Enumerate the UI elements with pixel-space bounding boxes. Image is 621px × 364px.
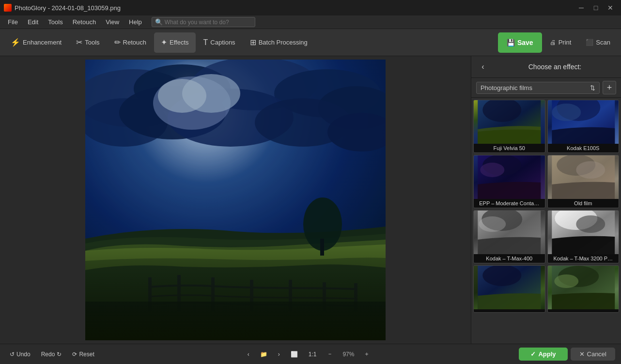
menu-tools[interactable]: Tools bbox=[44, 17, 66, 27]
effect-thumb-epp bbox=[474, 155, 545, 199]
prev-icon: ‹ bbox=[248, 351, 249, 358]
svg-rect-15 bbox=[148, 277, 152, 311]
svg-point-45 bbox=[482, 266, 521, 286]
reset-button[interactable]: ⟳ Reset bbox=[68, 349, 98, 360]
category-dropdown[interactable]: Photographic films ⇅ bbox=[476, 82, 600, 94]
save-button[interactable]: 💾 Save bbox=[498, 32, 542, 53]
zoom-in-button[interactable]: ＋ bbox=[360, 348, 373, 360]
tools-icon: ✂ bbox=[76, 38, 82, 47]
title-bar-controls: ─ □ ✕ bbox=[574, 2, 617, 13]
svg-point-34 bbox=[480, 163, 504, 177]
toolbar: ⚡ Enhancement ✂ Tools ✏ Retouch ✦ Effect… bbox=[0, 29, 621, 56]
svg-rect-26 bbox=[85, 60, 386, 340]
redo-button[interactable]: Redo ↻ bbox=[37, 349, 66, 360]
retouch-label: Retouch bbox=[123, 39, 146, 46]
cancel-label: Cancel bbox=[587, 350, 606, 358]
tools-button[interactable]: ✂ Tools bbox=[69, 32, 106, 53]
effect-thumb-extra2 bbox=[548, 266, 619, 309]
category-label: Photographic films bbox=[481, 84, 532, 91]
zoom-in-icon: ＋ bbox=[364, 350, 370, 358]
retouch-button[interactable]: ✏ Retouch bbox=[108, 32, 153, 53]
effect-extra2[interactable] bbox=[547, 265, 620, 313]
bottom-center: ‹ 📁 › ⬜ 1:1 － 97% ＋ bbox=[244, 348, 374, 360]
menu-help[interactable]: Help bbox=[125, 17, 146, 27]
effect-thumb-tmax3200 bbox=[548, 211, 619, 254]
menu-file[interactable]: File bbox=[4, 17, 22, 27]
bottom-bar: ↺ Undo Redo ↻ ⟳ Reset ‹ 📁 › ⬜ 1:1 － 97 bbox=[0, 344, 621, 364]
apply-check-icon: ✓ bbox=[530, 350, 536, 358]
apply-button[interactable]: ✓ Apply bbox=[519, 348, 567, 361]
redo-label: Redo bbox=[41, 351, 55, 358]
bottom-right: ✓ Apply ✕ Cancel bbox=[519, 348, 615, 361]
minimize-button[interactable]: ─ bbox=[574, 2, 588, 13]
folder-button[interactable]: 📁 bbox=[256, 349, 271, 360]
enhancement-label: Enhancement bbox=[23, 39, 62, 46]
scan-button[interactable]: ⬛ Scan bbox=[579, 32, 617, 53]
menu-retouch[interactable]: Retouch bbox=[69, 17, 100, 27]
scan-icon: ⬛ bbox=[586, 39, 593, 46]
batch-icon: ⊞ bbox=[250, 38, 256, 47]
enhancement-icon: ⚡ bbox=[11, 38, 20, 47]
print-label: Print bbox=[559, 39, 572, 46]
zoom-out-icon: － bbox=[327, 350, 333, 358]
panel-header: ‹ Choose an effect: bbox=[471, 56, 621, 78]
apply-label: Apply bbox=[538, 350, 556, 358]
effects-button[interactable]: ✦ Effects bbox=[154, 32, 196, 53]
effect-kodak-e100s[interactable]: Kodak E100S bbox=[547, 100, 620, 153]
search-bar: 🔍 bbox=[152, 17, 255, 27]
dropdown-spinner-icon: ⇅ bbox=[590, 84, 595, 91]
svg-rect-16 bbox=[177, 275, 181, 311]
maximize-button[interactable]: □ bbox=[589, 2, 603, 13]
effect-fuji-velvia-50[interactable]: Fuji Velvia 50 bbox=[473, 100, 545, 153]
search-input[interactable] bbox=[165, 19, 252, 26]
captions-icon: T bbox=[203, 38, 208, 47]
captions-button[interactable]: T Captions bbox=[197, 32, 242, 53]
effect-kodak-tmax400[interactable]: Kodak – T-Max-400 bbox=[473, 210, 545, 263]
zoom-out-button[interactable]: － bbox=[323, 348, 337, 360]
svg-rect-19 bbox=[289, 280, 292, 311]
next-icon: › bbox=[278, 351, 280, 358]
window-title: PhotoGlory - 2024-01-08_103059.png bbox=[15, 4, 121, 12]
effect-kodak-tmax3200[interactable]: Kodak – T-Max 3200 P… bbox=[547, 210, 620, 263]
effect-label-tmax3200: Kodak – T-Max 3200 P… bbox=[548, 254, 619, 263]
one-to-one-button[interactable]: 1:1 bbox=[305, 349, 321, 360]
print-icon: 🖨 bbox=[550, 39, 556, 46]
menu-bar: File Edit Tools Retouch View Help 🔍 bbox=[0, 15, 621, 29]
save-label: Save bbox=[517, 39, 533, 46]
effect-epp[interactable]: EPP – Moderate Conta… bbox=[473, 155, 545, 208]
menu-edit[interactable]: Edit bbox=[24, 17, 42, 27]
effect-old-film[interactable]: Old film bbox=[547, 155, 620, 208]
fullscreen-button[interactable]: ⬜ bbox=[287, 349, 302, 360]
svg-rect-21 bbox=[354, 283, 357, 311]
undo-button[interactable]: ↺ Undo bbox=[6, 349, 34, 360]
svg-rect-20 bbox=[323, 282, 326, 311]
cancel-button[interactable]: ✕ Cancel bbox=[571, 348, 615, 361]
menu-view[interactable]: View bbox=[102, 17, 123, 27]
effect-extra1[interactable] bbox=[473, 265, 545, 313]
close-button[interactable]: ✕ bbox=[604, 2, 617, 13]
back-button[interactable]: ‹ bbox=[476, 60, 490, 74]
svg-point-31 bbox=[552, 104, 581, 121]
svg-point-40 bbox=[479, 216, 506, 232]
reset-icon: ⟳ bbox=[72, 351, 77, 358]
svg-rect-17 bbox=[211, 277, 215, 311]
undo-icon: ↺ bbox=[10, 351, 15, 358]
effect-thumb-kodak-e100s bbox=[548, 100, 619, 144]
enhancement-button[interactable]: ⚡ Enhancement bbox=[4, 32, 68, 53]
one-to-one-label: 1:1 bbox=[309, 351, 317, 358]
batch-button[interactable]: ⊞ Batch Processing bbox=[243, 32, 314, 53]
zoom-percent: 97% bbox=[340, 349, 357, 360]
effect-label-old-film: Old film bbox=[548, 199, 619, 208]
effect-label-tmax400: Kodak – T-Max-400 bbox=[474, 254, 545, 263]
prev-button[interactable]: ‹ bbox=[244, 349, 253, 360]
svg-rect-24 bbox=[85, 302, 386, 340]
add-effect-button[interactable]: + bbox=[603, 81, 616, 94]
effect-thumb-fuji bbox=[474, 100, 545, 144]
undo-label: Undo bbox=[16, 351, 31, 358]
print-button[interactable]: 🖨 Print bbox=[543, 32, 578, 53]
title-bar-left: PhotoGlory - 2024-01-08_103059.png bbox=[4, 4, 121, 12]
tools-label: Tools bbox=[85, 39, 99, 46]
next-button[interactable]: › bbox=[274, 349, 284, 360]
svg-point-48 bbox=[554, 274, 578, 288]
main-area: ‹ Choose an effect: Photographic films ⇅… bbox=[0, 56, 621, 344]
